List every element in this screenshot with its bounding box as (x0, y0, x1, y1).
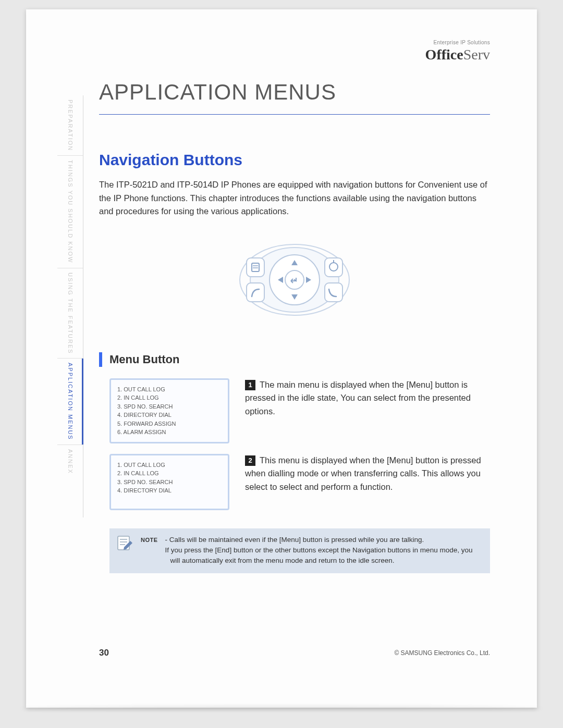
page-footer: 30 © SAMSUNG Electronics Co., Ltd. (99, 648, 490, 658)
navigation-pad-figure (99, 233, 490, 329)
copyright-text: © SAMSUNG Electronics Co., Ltd. (394, 649, 490, 657)
section-body: The ITP-5021D and ITP-5014D IP Phones ar… (99, 178, 490, 218)
step-number-badge: 1 (245, 380, 255, 390)
menu-step-row: 1. OUT CALL LOG 2. IN CALL LOG 3. SPD NO… (99, 378, 490, 443)
content-area: APPLICATION MENUS Navigation Buttons The… (99, 80, 490, 573)
sidebar-item-things-you-should-know[interactable]: THINGS YOU SHOULD KNOW (57, 156, 83, 267)
lcd-line: 6. ALARM ASSIGN (117, 428, 222, 437)
document-page: Enterprise IP Solutions OfficeServ PREPA… (26, 9, 537, 708)
note-text: - Calls will be maintained even if the [… (165, 535, 481, 566)
svg-rect-4 (247, 258, 264, 277)
brand-name-bold: Office (425, 46, 463, 63)
lcd-line: 3. SPD NO. SEARCH (117, 478, 222, 487)
sidebar-item-using-the-features[interactable]: USING THE FEATURES (57, 268, 83, 359)
navigation-pad-icon (232, 233, 357, 327)
svg-rect-12 (325, 283, 342, 302)
page-shadow (21, 706, 542, 711)
brand-tagline: Enterprise IP Solutions (425, 40, 490, 45)
step-text-body: This menu is displayed when the [Menu] b… (245, 455, 481, 491)
sub-heading-bar (99, 352, 102, 367)
note-line: If you press the [End] button or the oth… (165, 545, 481, 566)
note-line: - Calls will be maintained even if the [… (165, 535, 481, 545)
note-icon (116, 535, 133, 566)
lcd-line: 1. OUT CALL LOG (117, 385, 222, 394)
chapter-title: APPLICATION MENUS (99, 80, 490, 115)
menu-step-row: 1. OUT CALL LOG 2. IN CALL LOG 3. SPD NO… (99, 454, 490, 510)
brand-name: OfficeServ (425, 46, 490, 63)
lcd-line: 5. FORWARD ASSIGN (117, 419, 222, 428)
step-description: 1The main menu is displayed when the [Me… (245, 378, 490, 418)
lcd-line: 1. OUT CALL LOG (117, 461, 222, 470)
note-label: NOTE (141, 535, 158, 566)
sidebar-item-annex[interactable]: ANNEX (57, 445, 83, 478)
sub-heading-text: Menu Button (109, 353, 179, 366)
lcd-line: 2. IN CALL LOG (117, 469, 222, 478)
svg-rect-8 (247, 283, 264, 302)
page-number: 30 (99, 648, 109, 658)
section-title: Navigation Buttons (99, 151, 490, 169)
sub-heading: Menu Button (99, 352, 490, 367)
sidebar-item-application-menus[interactable]: APPLICATION MENUS (57, 359, 83, 445)
brand-name-light: Serv (463, 46, 490, 63)
lcd-screen-1: 1. OUT CALL LOG 2. IN CALL LOG 3. SPD NO… (109, 378, 229, 443)
lcd-line: 4. DIRECTORY DIAL (117, 486, 222, 495)
sidebar-nav: PREPARATION THINGS YOU SHOULD KNOW USING… (57, 95, 83, 517)
sidebar-item-preparation[interactable]: PREPARATION (57, 95, 83, 155)
lcd-line: 4. DIRECTORY DIAL (117, 411, 222, 419)
note-box: NOTE - Calls will be maintained even if … (109, 528, 490, 574)
lcd-screen-2: 1. OUT CALL LOG 2. IN CALL LOG 3. SPD NO… (109, 454, 229, 510)
note-body: NOTE - Calls will be maintained even if … (141, 535, 481, 566)
step-text-body: The main menu is displayed when the [Men… (245, 380, 471, 416)
lcd-line: 2. IN CALL LOG (117, 393, 222, 402)
step-number-badge: 2 (245, 455, 255, 466)
lcd-line: 3. SPD NO. SEARCH (117, 402, 222, 411)
step-description: 2This menu is displayed when the [Menu] … (245, 454, 490, 494)
brand-block: Enterprise IP Solutions OfficeServ (425, 40, 490, 63)
